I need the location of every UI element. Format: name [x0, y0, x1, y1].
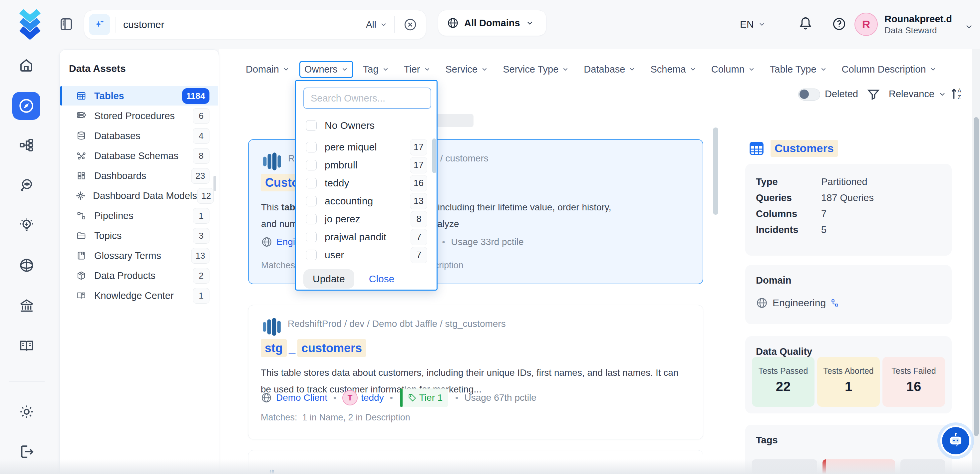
dropdown-scrollbar[interactable]: [432, 138, 436, 173]
user-info[interactable]: Rounakpreet.d Data Steward: [885, 13, 952, 36]
filter-chip-database[interactable]: Database: [584, 64, 636, 75]
owners-option[interactable]: pere miquel 17: [296, 138, 437, 156]
sidebar-item-logout[interactable]: [18, 444, 35, 460]
user-menu-chevron-icon[interactable]: [964, 22, 974, 31]
asset-item-databases[interactable]: Databases 4: [60, 126, 218, 145]
notifications-bell-icon[interactable]: [798, 16, 813, 31]
tests-aborted-tile[interactable]: Tests Aborted 1: [817, 357, 880, 407]
asset-label: Dashboards: [94, 170, 191, 181]
asset-item-database-schemas[interactable]: Database Schemas 8: [60, 146, 218, 165]
help-icon[interactable]: [832, 17, 846, 31]
owners-search-input[interactable]: [303, 87, 431, 109]
result-title-highlight: customers: [298, 339, 366, 357]
update-button[interactable]: Update: [303, 269, 354, 289]
filter-funnel-icon[interactable]: [866, 87, 881, 102]
asset-item-stored-procedures[interactable]: Stored Procedures 6: [60, 106, 218, 126]
owners-option[interactable]: teddy 16: [296, 174, 437, 192]
filter-chip-column[interactable]: Column: [711, 64, 755, 75]
deleted-toggle[interactable]: [798, 89, 820, 100]
result-card-stg-customers[interactable]: RedshiftProd / dev / Demo dbt Jaffle / s…: [248, 305, 703, 439]
sort-direction-icon[interactable]: A Z: [949, 86, 964, 102]
results-scrollbar[interactable]: [713, 127, 718, 215]
checkbox[interactable]: [306, 160, 317, 170]
search-scope-dropdown[interactable]: All: [366, 19, 388, 30]
filter-chip-service-type[interactable]: Service Type: [503, 64, 569, 75]
close-button[interactable]: Close: [369, 273, 395, 285]
search-input[interactable]: [123, 19, 366, 30]
owners-option-count: 7: [410, 247, 427, 263]
chevron-down-icon: [748, 65, 755, 73]
tag-pill[interactable]: [900, 460, 945, 474]
sidebar-item-insights[interactable]: [18, 217, 35, 234]
filter-chip-domain[interactable]: Domain: [246, 64, 290, 75]
owner-link[interactable]: teddy: [361, 393, 384, 403]
filter-chip-service[interactable]: Service: [445, 64, 488, 75]
asset-item-data-products[interactable]: Data Products 2: [60, 266, 218, 285]
sidebar-item-observability[interactable]: [18, 177, 34, 193]
sidebar-item-govern[interactable]: [18, 297, 35, 314]
tag-pill[interactable]: [752, 460, 817, 474]
info-value: 7: [821, 208, 826, 220]
window-scrollbar-thumb[interactable]: [974, 117, 978, 436]
asset-item-tables[interactable]: Tables 1184: [60, 86, 218, 105]
filter-chip-schema[interactable]: Schema: [650, 64, 696, 75]
checkbox[interactable]: [306, 250, 317, 260]
global-search-bar[interactable]: All: [84, 10, 426, 39]
asset-label: Glossary Terms: [94, 250, 191, 261]
domain-value[interactable]: Engineering: [773, 297, 826, 309]
sidebar-item-settings[interactable]: [18, 403, 35, 420]
filter-chip-column-description[interactable]: Column Description: [842, 64, 937, 75]
filter-chip-tier[interactable]: Tier: [404, 64, 431, 75]
checkbox[interactable]: [306, 214, 317, 224]
incidents-link[interactable]: 5: [821, 224, 826, 235]
sort-by-dropdown[interactable]: Relevance: [889, 89, 947, 100]
asset-item-dashboard-data-models[interactable]: Dashboard Data Models 12: [60, 186, 218, 205]
tests-passed-tile[interactable]: Tests Passed 22: [752, 357, 815, 407]
owners-option[interactable]: pmbrull 17: [296, 156, 437, 174]
breadcrumb[interactable]: RedshiftProd / dev / Demo dbt Jaffle / s…: [288, 318, 506, 329]
details-panel-title[interactable]: Customers: [770, 140, 838, 157]
filter-label: Schema: [650, 64, 686, 75]
filter-chip-tag[interactable]: Tag: [363, 64, 389, 75]
asset-label: Dashboard Data Models: [93, 190, 197, 201]
checkbox[interactable]: [306, 196, 317, 206]
sidebar-item-domains[interactable]: [18, 257, 35, 274]
owners-option[interactable]: accounting 13: [296, 192, 437, 210]
owners-option[interactable]: jo perez 8: [296, 210, 437, 228]
all-domains-button[interactable]: All Domains: [438, 10, 546, 36]
result-card-partial[interactable]: [248, 450, 703, 474]
sidebar-item-learning[interactable]: [18, 337, 35, 354]
sidebar-item-explore[interactable]: [12, 92, 40, 120]
asset-item-glossary-terms[interactable]: Glossary Terms 13: [60, 246, 218, 265]
link-icon[interactable]: [830, 299, 839, 307]
filter-chip-table-type[interactable]: Table Type: [770, 64, 827, 75]
owners-option[interactable]: prajwal pandit 7: [296, 228, 437, 246]
sidebar-collapse-icon[interactable]: [59, 17, 74, 32]
owners-option-no-owners[interactable]: No Owners: [296, 116, 437, 135]
owners-option[interactable]: user 7: [296, 246, 437, 264]
tests-failed-tile[interactable]: Tests Failed 16: [883, 357, 945, 407]
search-divider: [116, 17, 116, 33]
app-logo-icon[interactable]: [13, 7, 47, 42]
checkbox[interactable]: [306, 142, 317, 153]
sidebar-item-home[interactable]: [18, 57, 34, 73]
chatbot-button[interactable]: [940, 425, 971, 456]
checkbox[interactable]: [306, 232, 317, 242]
result-title[interactable]: stg_customers: [261, 341, 366, 355]
domain-section-title: Domain: [756, 275, 791, 286]
clear-search-icon[interactable]: [403, 17, 417, 32]
table-icon: [749, 140, 765, 156]
sidebar-item-lineage[interactable]: [18, 137, 34, 153]
result-domain-link[interactable]: Demo Client: [276, 393, 327, 403]
filter-chip-owners[interactable]: Owners: [299, 61, 353, 78]
user-avatar[interactable]: R: [854, 13, 878, 36]
asset-item-topics[interactable]: Topics 3: [60, 226, 218, 245]
checkbox[interactable]: [306, 178, 317, 188]
asset-item-pipelines[interactable]: Pipelines 1: [60, 206, 218, 225]
checkbox[interactable]: [306, 120, 317, 131]
tag-pill[interactable]: [822, 460, 895, 474]
language-selector[interactable]: EN: [740, 19, 766, 30]
assets-panel-scrollbar[interactable]: [213, 176, 216, 191]
asset-item-dashboards[interactable]: Dashboards 23: [60, 166, 218, 185]
asset-item-knowledge-center[interactable]: Knowledge Center 1: [60, 286, 218, 305]
